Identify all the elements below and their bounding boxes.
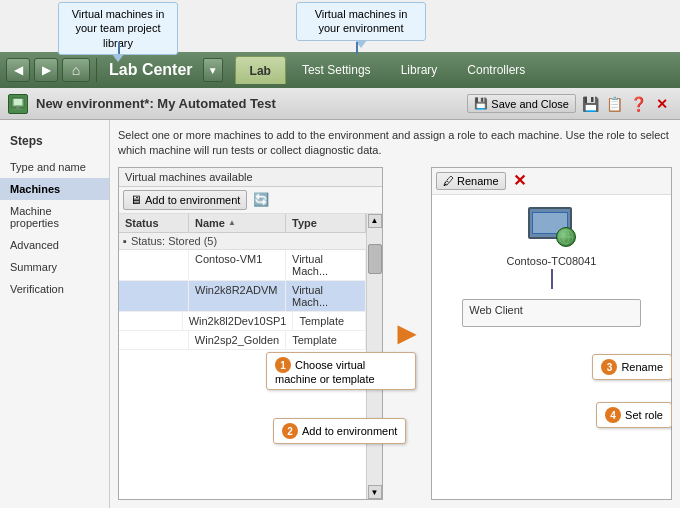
scroll-thumb[interactable] xyxy=(368,244,382,274)
sidebar-item-summary[interactable]: Summary xyxy=(0,256,109,278)
cell-type-2: Template xyxy=(293,312,366,330)
sidebar-item-verification[interactable]: Verification xyxy=(0,278,109,300)
right-content: Select one or more machines to add to th… xyxy=(110,120,680,508)
panels-area: Virtual machines available 🖥 Add to envi… xyxy=(118,167,672,500)
cell-status-3 xyxy=(119,331,189,349)
nav-tabs: Lab Test Settings Library Controllers xyxy=(235,56,540,84)
navbar: ◀ ▶ ⌂ Lab Center ▼ Lab Test Settings Lib… xyxy=(0,52,680,88)
sidebar-item-machine-properties[interactable]: Machine properties xyxy=(0,200,109,234)
col-type: Type xyxy=(286,214,366,232)
callout-environment: Virtual machines in your environment xyxy=(296,2,426,41)
svg-rect-3 xyxy=(14,109,22,110)
sidebar-item-machines[interactable]: Machines xyxy=(0,178,109,200)
sidebar: Steps Type and name Machines Machine pro… xyxy=(0,120,110,508)
sidebar-item-advanced[interactable]: Advanced xyxy=(0,234,109,256)
cell-type-1: Virtual Mach... xyxy=(286,281,366,311)
description: Select one or more machines to add to th… xyxy=(118,128,672,159)
callout-number-4: 4 xyxy=(605,407,621,423)
rename-button[interactable]: 🖊 Rename xyxy=(436,172,506,190)
back-button[interactable]: ◀ xyxy=(6,58,30,82)
callout-2: 2Add to environment xyxy=(273,418,406,444)
main-layout: Steps Type and name Machines Machine pro… xyxy=(0,120,680,508)
cell-type-0: Virtual Mach... xyxy=(286,250,366,280)
tab-controllers[interactable]: Controllers xyxy=(453,56,539,84)
right-arrow-icon: ► xyxy=(391,315,423,352)
window-title: New environment*: My Automated Test xyxy=(36,96,459,111)
svg-rect-2 xyxy=(16,107,20,109)
connector-line xyxy=(551,269,553,289)
cell-status-1 xyxy=(119,281,189,311)
tab-lab[interactable]: Lab xyxy=(235,56,286,84)
delete-button[interactable]: ✕ xyxy=(510,171,530,191)
right-panel: 🖊 Rename ✕ xyxy=(431,167,672,500)
left-panel: Virtual machines available 🖥 Add to envi… xyxy=(118,167,383,500)
window-icon xyxy=(8,94,28,114)
svg-rect-1 xyxy=(14,99,22,105)
cell-name-3: Win2sp2_Golden xyxy=(189,331,286,349)
vm-name: Contoso-TC08041 xyxy=(507,255,597,267)
table-header: Status Name ▲ Type xyxy=(119,214,366,233)
cell-type-3: Template xyxy=(286,331,366,349)
vm-role-box: Web Client xyxy=(462,299,640,327)
sidebar-item-type-and-name[interactable]: Type and name xyxy=(0,156,109,178)
nav-dropdown[interactable]: ▼ xyxy=(203,58,223,82)
vm-role: Web Client xyxy=(463,300,639,320)
callout-number-1: 1 xyxy=(275,357,291,373)
refresh-button[interactable]: 🔄 xyxy=(251,190,271,210)
table-row[interactable]: Win2sp2_Golden Template xyxy=(119,331,366,350)
col-name: Name ▲ xyxy=(189,214,286,232)
vm-icon xyxy=(528,207,576,247)
app-title: Lab Center xyxy=(109,61,193,79)
window-titlebar: New environment*: My Automated Test 💾 Sa… xyxy=(0,88,680,120)
right-toolbar: 🖊 Rename ✕ xyxy=(432,168,671,195)
group-row: ▪ Status: Stored (5) xyxy=(119,233,366,250)
collapse-icon[interactable]: ▪ xyxy=(123,235,127,247)
save-close-button[interactable]: 💾 Save and Close xyxy=(467,94,576,113)
titlebar-buttons: 💾 Save and Close 💾 📋 ❓ ✕ xyxy=(467,94,672,114)
sidebar-heading: Steps xyxy=(0,130,109,156)
cell-name-1: Win2k8R2ADVM xyxy=(189,281,286,311)
table-row[interactable]: Win2k8l2Dev10SP1 Template xyxy=(119,312,366,331)
help-icon-btn[interactable]: ❓ xyxy=(628,94,648,114)
close-icon-btn[interactable]: ✕ xyxy=(652,94,672,114)
callout-4: 4Set role xyxy=(596,402,672,428)
transfer-arrow: ► xyxy=(391,315,423,352)
callout-number-3: 3 xyxy=(601,359,617,375)
right-panel-content: Contoso-TC08041 Web Client xyxy=(432,195,671,499)
content-area: New environment*: My Automated Test 💾 Sa… xyxy=(0,88,680,508)
scroll-up[interactable]: ▲ xyxy=(368,214,382,228)
nav-divider xyxy=(96,58,97,82)
left-panel-header: Virtual machines available xyxy=(119,168,382,187)
callout-line-right xyxy=(356,42,358,54)
col-status: Status xyxy=(119,214,189,232)
sort-icon: ▲ xyxy=(228,218,236,227)
cell-status-2 xyxy=(119,312,183,330)
tab-test-settings[interactable]: Test Settings xyxy=(288,56,385,84)
add-to-environment-button[interactable]: 🖥 Add to environment xyxy=(123,190,247,210)
export-icon-btn[interactable]: 📋 xyxy=(604,94,624,114)
callout-line-left xyxy=(118,42,120,54)
left-toolbar: 🖥 Add to environment 🔄 xyxy=(119,187,382,214)
forward-button[interactable]: ▶ xyxy=(34,58,58,82)
callout-number-2: 2 xyxy=(282,423,298,439)
add-icon: 🖥 xyxy=(130,193,142,207)
cell-name-0: Contoso-VM1 xyxy=(189,250,286,280)
home-button[interactable]: ⌂ xyxy=(62,58,90,82)
cell-name-2: Win2k8l2Dev10SP1 xyxy=(183,312,294,330)
tab-library[interactable]: Library xyxy=(387,56,452,84)
save-icon-btn[interactable]: 💾 xyxy=(580,94,600,114)
globe-icon xyxy=(556,227,576,247)
save-icon: 💾 xyxy=(474,97,488,110)
cell-status-0 xyxy=(119,250,189,280)
scroll-down[interactable]: ▼ xyxy=(368,485,382,499)
callout-3: 3Rename xyxy=(592,354,672,380)
table-row[interactable]: Contoso-VM1 Virtual Mach... xyxy=(119,250,366,281)
table-row[interactable]: Win2k8R2ADVM Virtual Mach... xyxy=(119,281,366,312)
callout-1: 1Choose virtual machine or template xyxy=(266,352,416,390)
rename-icon: 🖊 xyxy=(443,175,454,187)
